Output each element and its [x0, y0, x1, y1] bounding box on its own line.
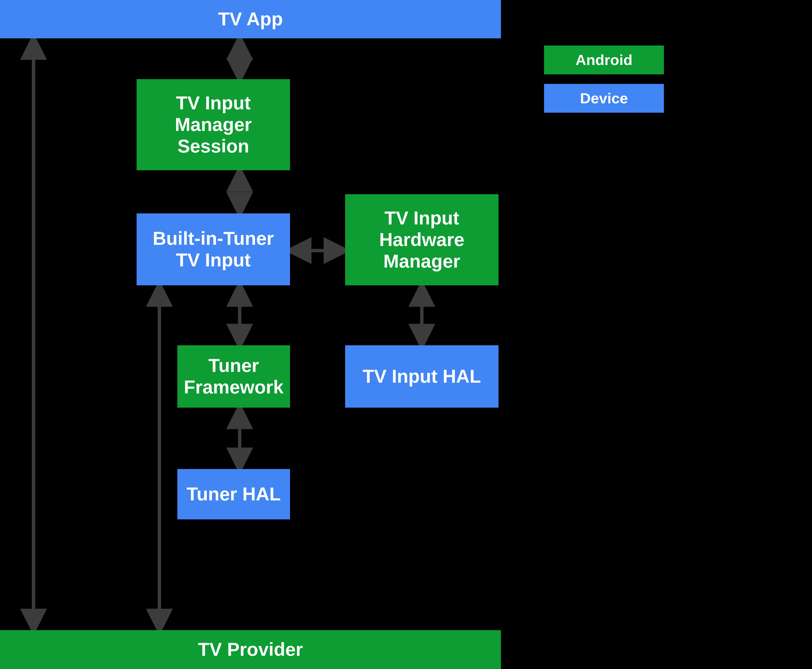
box-label-built_in_tuner: Built-in-Tuner TV Input — [153, 228, 274, 271]
box-android: Android — [544, 45, 664, 74]
box-label-tv_input_mgr: TV Input Manager Session — [175, 92, 252, 157]
box-tuner_framework: Tuner Framework — [177, 345, 290, 408]
box-tuner_hal: Tuner HAL — [177, 469, 290, 519]
box-label-tv_provider: TV Provider — [198, 639, 303, 661]
arrows-layer — [0, 0, 812, 669]
box-label-android: Android — [575, 51, 632, 68]
box-label-tv_input_hal: TV Input HAL — [362, 366, 481, 387]
box-label-tv_input_hw_mgr: TV Input Hardware Manager — [379, 207, 465, 272]
box-label-tuner_hal: Tuner HAL — [187, 483, 281, 505]
diagram-canvas: TV AppTV ProviderTV Input Manager Sessio… — [0, 0, 812, 669]
box-device: Device — [544, 84, 664, 113]
box-tv_input_mgr: TV Input Manager Session — [137, 79, 290, 170]
box-tv_input_hw_mgr: TV Input Hardware Manager — [345, 194, 498, 285]
box-tv_input_hal: TV Input HAL — [345, 345, 498, 408]
box-tv_app: TV App — [0, 0, 501, 39]
box-tv_provider: TV Provider — [0, 630, 501, 669]
box-label-tuner_framework: Tuner Framework — [184, 355, 284, 398]
box-label-device: Device — [580, 90, 628, 107]
box-built_in_tuner: Built-in-Tuner TV Input — [137, 213, 290, 285]
box-label-tv_app: TV App — [218, 8, 283, 30]
